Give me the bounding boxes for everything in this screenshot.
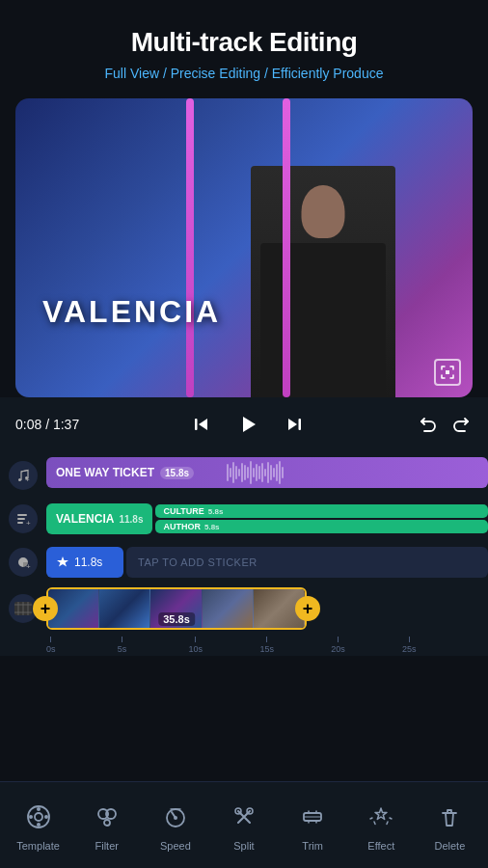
svg-text:+: + — [26, 562, 31, 570]
ruler-label: 15s — [259, 644, 274, 654]
trim-icon — [295, 800, 330, 834]
fullscreen-icon — [440, 365, 455, 380]
sticker-track-icon-area: + — [0, 548, 46, 577]
speed-label: Speed — [160, 840, 191, 852]
svg-point-20 — [44, 815, 48, 819]
sticker-segment[interactable]: 11.8s — [46, 547, 123, 578]
template-tool[interactable]: Template — [10, 800, 68, 852]
add-video-left-button[interactable]: + — [33, 596, 58, 621]
music-track-segment[interactable]: ONE WAY TICKET 15.8s — [46, 457, 488, 488]
sticker-add-label: TAP TO ADD STICKER — [138, 556, 258, 568]
video-preview: VALENCIA — [15, 98, 473, 397]
page-subtitle: Full View / Precise Editing / Efficientl… — [19, 66, 469, 81]
template-label: Template — [16, 840, 60, 852]
video-duration: 35.8s — [158, 612, 195, 626]
sticker-track-segments: 11.8s TAP TO ADD STICKER — [46, 544, 488, 581]
trim-tool[interactable]: Trim — [284, 800, 341, 852]
trim-label: Trim — [302, 840, 323, 852]
effect-icon — [364, 800, 398, 834]
ruler-label: 20s — [331, 644, 345, 654]
sticker-add-area[interactable]: TAP TO ADD STICKER — [126, 547, 488, 578]
text-track-icon-area: + — [0, 504, 46, 533]
ruler-mark-10s: 10s — [189, 637, 203, 654]
svg-point-17 — [37, 807, 41, 811]
text-segment-culture[interactable]: CULTURE 5.8s — [155, 504, 488, 518]
add-text-button[interactable]: + — [9, 504, 38, 533]
sticker-track-row: + 11.8s TAP TO ADD STICKER — [0, 542, 488, 583]
fullscreen-button[interactable] — [434, 359, 461, 386]
svg-point-16 — [35, 813, 42, 821]
delete-label: Delete — [435, 840, 466, 852]
subtitle-part2: Precise Editing — [171, 66, 260, 81]
svg-rect-4 — [17, 514, 27, 516]
bottom-toolbar: Template Filter Speed — [0, 781, 488, 868]
text-segment-author[interactable]: AUTHOR 5.8s — [155, 520, 488, 533]
svg-rect-6 — [17, 522, 23, 524]
ruler-mark-25s: 25s — [402, 637, 417, 654]
playback-controls — [192, 407, 304, 442]
ruler-label: 5s — [118, 644, 127, 654]
text-segment-culture-label: CULTURE — [163, 506, 203, 516]
filter-tool[interactable]: Filter — [78, 800, 136, 852]
ruler-mark-20s: 20s — [331, 637, 345, 654]
svg-point-19 — [29, 815, 33, 819]
ruler-mark-15s: 15s — [259, 637, 274, 654]
play-button[interactable] — [230, 407, 265, 442]
ruler-mark-5s: 5s — [118, 637, 127, 654]
svg-rect-1 — [299, 419, 302, 430]
music-track-duration: 15.8s — [160, 467, 194, 479]
split-label: Split — [233, 840, 254, 852]
video-filmstrip[interactable]: 35.8s — [46, 587, 307, 630]
ruler-label: 25s — [402, 644, 417, 654]
redo-icon — [451, 414, 473, 435]
skip-back-button[interactable] — [192, 415, 211, 434]
template-icon — [21, 800, 56, 834]
video-track-icon — [14, 602, 32, 615]
filter-icon — [90, 800, 124, 834]
speed-icon — [158, 800, 193, 834]
header: Multi-track Editing Full View / Precise … — [0, 0, 488, 93]
sticker-icon: + — [15, 555, 31, 570]
sticker-track-content[interactable]: 11.8s TAP TO ADD STICKER — [46, 544, 488, 581]
add-video-right-button[interactable]: + — [295, 596, 320, 621]
skip-forward-icon — [285, 415, 304, 434]
add-music-button[interactable]: + — [9, 461, 38, 490]
undo-button[interactable] — [417, 414, 438, 435]
ruler-label: 0s — [46, 644, 56, 654]
svg-text:+: + — [25, 475, 30, 483]
speed-tool[interactable]: Speed — [147, 800, 204, 852]
ruler-line — [50, 637, 51, 642]
filter-label: Filter — [95, 840, 118, 852]
skip-back-icon — [192, 415, 211, 434]
add-sticker-button[interactable]: + — [9, 548, 38, 577]
track-area: + ONE WAY TICKET 15.8s — [0, 451, 488, 656]
svg-point-25 — [174, 816, 177, 820]
text-segment-valencia-duration: 11.8s — [119, 514, 143, 525]
video-track-content: + 35.8s + — [46, 587, 488, 630]
ruler-line — [338, 637, 339, 642]
delete-tool[interactable]: Delete — [420, 800, 478, 852]
music-track-content[interactable]: ONE WAY TICKET 15.8s — [46, 457, 488, 494]
sticker-duration: 11.8s — [74, 556, 102, 569]
redo-button[interactable] — [451, 414, 473, 435]
split-tool[interactable]: Split — [215, 800, 273, 852]
film-frame-4 — [203, 589, 254, 628]
music-track-icon-area: + — [0, 461, 46, 490]
star-icon — [56, 556, 69, 569]
text-track-content[interactable]: VALENCIA 11.8s CULTURE 5.8s AUTHOR 5.8s — [46, 501, 488, 537]
effect-label: Effect — [367, 840, 394, 852]
text-track-row: + VALENCIA 11.8s CULTURE 5.8s AUTHOR 5. — [0, 499, 488, 539]
svg-point-23 — [104, 820, 110, 826]
svg-rect-5 — [17, 518, 25, 520]
undo-icon — [417, 414, 438, 435]
subtitle-part3: / Efficiently Produce — [260, 66, 383, 81]
text-segment-valencia[interactable]: VALENCIA 11.8s — [46, 503, 152, 534]
effect-tool[interactable]: Effect — [352, 800, 410, 852]
timeline-controls: 0:08 / 1:37 — [0, 397, 488, 451]
waveform — [223, 457, 488, 488]
text-segments-right: CULTURE 5.8s AUTHOR 5.8s — [155, 504, 488, 533]
skip-forward-button[interactable] — [285, 415, 304, 434]
film-frame-2 — [99, 589, 150, 628]
svg-point-18 — [37, 823, 41, 827]
undo-redo-controls — [417, 414, 473, 435]
